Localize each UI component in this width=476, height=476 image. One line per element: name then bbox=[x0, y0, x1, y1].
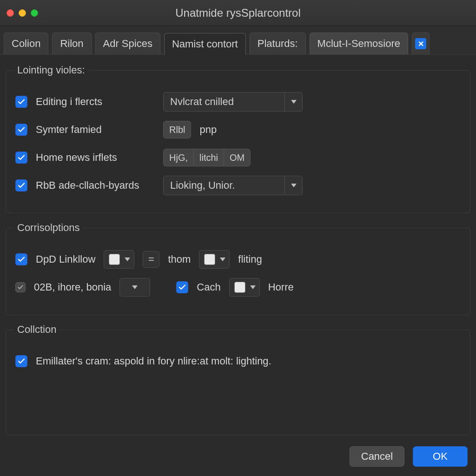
tab-label: Platurds: bbox=[258, 38, 298, 50]
checkbox-emillaters[interactable] bbox=[15, 355, 27, 367]
row-editing: Editing i flercts Nvlcrat cnilled bbox=[15, 91, 461, 112]
chevron-down-icon bbox=[120, 278, 150, 296]
tab-label: Namist contort bbox=[172, 38, 238, 50]
dialog-footer: Cancel OK bbox=[350, 446, 468, 467]
check-icon bbox=[178, 283, 186, 291]
checkbox-homenews[interactable] bbox=[15, 152, 27, 164]
color-swatch bbox=[109, 254, 120, 265]
label-thom: thom bbox=[168, 253, 191, 265]
tab-rilon[interactable]: Rilon bbox=[52, 33, 91, 54]
suffix-pnp: pnp bbox=[199, 124, 217, 136]
tab-label: Adr Spices bbox=[103, 38, 152, 50]
group-lointing: Lointing violes: Editing i flercts Nvlcr… bbox=[6, 64, 470, 213]
chip: OM bbox=[224, 149, 251, 166]
ok-button[interactable]: OK bbox=[413, 446, 468, 467]
row-emillaters: Emillater's cram: aspold in fory nlire:a… bbox=[15, 350, 461, 372]
button-label: Cancel bbox=[361, 450, 393, 463]
group-title: Collction bbox=[13, 324, 60, 336]
checkbox-symter[interactable] bbox=[15, 124, 27, 136]
check-icon bbox=[17, 284, 24, 291]
tab-namist-contort[interactable]: Namist contort bbox=[164, 33, 246, 55]
tab-colion[interactable]: Colion bbox=[4, 33, 48, 54]
group-title: Lointing violes: bbox=[13, 64, 89, 76]
label-fliting: fliting bbox=[238, 253, 262, 265]
chip: litchi bbox=[193, 149, 224, 166]
label-homenews: Home news irflets bbox=[36, 152, 117, 164]
label-emillaters: Emillater's cram: aspold in fory nlire:a… bbox=[36, 355, 271, 367]
tab-label: Rilon bbox=[60, 38, 83, 50]
tab-mclut-semosiore[interactable]: Mclut-I-Semosiore bbox=[310, 33, 408, 54]
tab-platurds[interactable]: Platurds: bbox=[250, 33, 306, 54]
chevron-down-icon bbox=[284, 176, 302, 195]
row-dpd: DpD Linkllow = thom fliting bbox=[15, 249, 461, 270]
cancel-button[interactable]: Cancel bbox=[350, 446, 404, 467]
check-icon bbox=[17, 153, 26, 162]
equals-operator[interactable]: = bbox=[143, 251, 159, 268]
titlebar: Unatmide rysSplarcontrol bbox=[0, 0, 476, 26]
color-swatch bbox=[204, 254, 215, 265]
row-02b: 02B, ihore, bonia Cach Horre bbox=[15, 277, 461, 298]
checkbox-dpd[interactable] bbox=[15, 253, 27, 265]
window-minimize-button[interactable] bbox=[19, 9, 26, 17]
checkbox-editing[interactable] bbox=[15, 96, 27, 108]
check-icon bbox=[17, 255, 26, 264]
chevron-down-icon bbox=[284, 93, 302, 111]
label-02b: 02B, ihore, bonia bbox=[34, 281, 111, 293]
tab-bar: Colion Rilon Adr Spices Namist contort P… bbox=[0, 26, 476, 55]
check-icon bbox=[17, 98, 26, 106]
tab-label: Mclut-I-Semosiore bbox=[317, 38, 400, 50]
row-homenews: Home news irflets HjG, litchi OM bbox=[15, 147, 461, 168]
label-dpd: DpD Linkllow bbox=[36, 253, 95, 265]
checkbox-cach[interactable] bbox=[176, 281, 188, 293]
tab-label: Colion bbox=[12, 38, 40, 50]
combo-value: Nvlcrat cnilled bbox=[164, 96, 284, 108]
chevron-down-icon bbox=[247, 278, 258, 296]
check-icon bbox=[17, 126, 26, 134]
row-rbb: RbB ade-cllach-byards Lioking, Unior. bbox=[15, 175, 461, 196]
window-title: Unatmide rysSplarcontrol bbox=[0, 7, 476, 20]
color-picker-1[interactable] bbox=[104, 250, 134, 269]
button-label: OK bbox=[433, 450, 448, 463]
color-picker-cach[interactable] bbox=[229, 278, 260, 297]
chevron-down-icon bbox=[122, 251, 133, 268]
group-collction: Collction Emillater's cram: aspold in fo… bbox=[6, 324, 470, 435]
label-rbb: RbB ade-cllach-byards bbox=[36, 179, 139, 192]
small-combo-02b[interactable] bbox=[119, 278, 150, 297]
color-swatch bbox=[234, 282, 245, 293]
chip: HjG, bbox=[163, 149, 193, 166]
label-editing: Editing i flercts bbox=[36, 96, 102, 108]
close-icon: ✕ bbox=[415, 38, 426, 49]
combo-value: Lioking, Unior. bbox=[164, 179, 284, 192]
label-symter: Symter famied bbox=[36, 124, 102, 136]
chipset-homenews[interactable]: HjG, litchi OM bbox=[163, 149, 251, 166]
label-cach: Cach bbox=[197, 281, 220, 293]
group-corrisolptions: Corrisolptions DpD Linkllow = thom fliti… bbox=[6, 222, 470, 315]
combo-rbb[interactable]: Lioking, Unior. bbox=[163, 176, 303, 195]
window-close-button[interactable] bbox=[7, 9, 14, 17]
checkbox-rbb[interactable] bbox=[15, 179, 27, 192]
row-symter: Symter famied Rlbl pnp bbox=[15, 119, 461, 140]
traffic-lights bbox=[7, 9, 38, 17]
tab-adr-spices[interactable]: Adr Spices bbox=[95, 33, 160, 54]
combo-editing[interactable]: Nvlcrat cnilled bbox=[163, 92, 303, 112]
tab-close-badge[interactable]: ✕ bbox=[412, 33, 430, 54]
checkbox-02b[interactable] bbox=[15, 282, 26, 292]
label-horre: Horre bbox=[268, 281, 294, 293]
group-title: Corrisolptions bbox=[13, 222, 84, 234]
check-icon bbox=[17, 181, 26, 190]
chevron-down-icon bbox=[217, 251, 228, 268]
chip-rlbl[interactable]: Rlbl bbox=[163, 121, 191, 139]
color-picker-2[interactable] bbox=[199, 250, 230, 269]
check-icon bbox=[17, 357, 26, 365]
window-zoom-button[interactable] bbox=[31, 9, 38, 17]
